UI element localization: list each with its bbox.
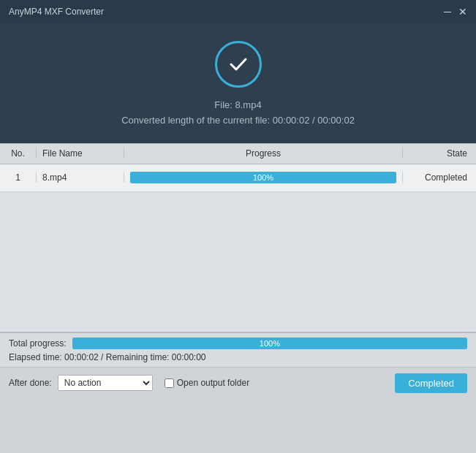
progress-bar-bg: 100%: [130, 172, 396, 183]
row-no: 1: [0, 172, 37, 183]
window-controls: ─ ✕: [444, 7, 467, 17]
row-filename: 8.mp4: [37, 172, 124, 183]
total-progress-row: Total progress: 100%: [9, 338, 467, 349]
file-name: File: 8.mp4: [121, 98, 355, 113]
file-table: No. File Name Progress State 1 8.mp4 100…: [0, 143, 476, 192]
converted-length: Converted length of the current file: 00…: [121, 113, 355, 129]
open-output-folder-wrapper: Open output folder: [165, 378, 249, 388]
conversion-header: File: 8.mp4 Converted length of the curr…: [0, 23, 476, 143]
col-no: No.: [0, 148, 37, 159]
empty-area: [0, 192, 476, 332]
col-state: State: [403, 148, 476, 159]
footer: After done: No action Open output folder…: [0, 368, 476, 399]
after-done-select[interactable]: No action Open output folder Shut down S…: [58, 375, 153, 391]
progress-label: 100%: [130, 172, 396, 183]
checkmark-circle: [215, 41, 262, 88]
close-button[interactable]: ✕: [458, 7, 467, 17]
row-progress-cell: 100%: [124, 172, 403, 183]
file-info: File: 8.mp4 Converted length of the curr…: [121, 98, 355, 129]
row-state: Completed: [403, 172, 476, 183]
total-progress-bar: 100%: [72, 338, 467, 349]
checkmark-icon: [227, 53, 250, 76]
open-output-checkbox[interactable]: [165, 378, 174, 388]
total-progress-label: Total progress:: [9, 338, 67, 349]
elapsed-time: Elapsed time: 00:00:02 / Remaining time:…: [9, 352, 467, 362]
after-done-label: After done:: [9, 378, 52, 388]
progress-bar-fill: 100%: [130, 172, 396, 183]
col-filename: File Name: [37, 148, 124, 159]
app-title: AnyMP4 MXF Converter: [9, 7, 104, 17]
completed-button[interactable]: Completed: [395, 373, 467, 393]
table-header: No. File Name Progress State: [0, 144, 476, 164]
open-output-label: Open output folder: [177, 378, 249, 388]
minimize-button[interactable]: ─: [444, 7, 451, 17]
title-bar: AnyMP4 MXF Converter ─ ✕: [0, 0, 476, 23]
status-bar: Total progress: 100% Elapsed time: 00:00…: [0, 332, 476, 368]
table-row: 1 8.mp4 100% Completed: [0, 164, 476, 192]
total-progress-text: 100%: [72, 338, 467, 349]
col-progress: Progress: [124, 148, 403, 159]
